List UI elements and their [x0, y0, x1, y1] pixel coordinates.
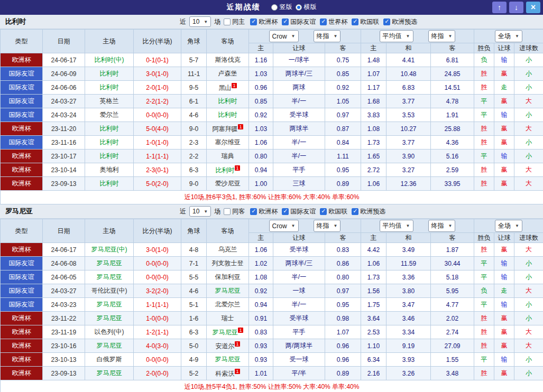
match-score[interactable]: 0-0(0-0)	[134, 353, 181, 367]
league-filter-checkbox[interactable]: 欧洲杯	[250, 207, 278, 216]
away-team[interactable]: 塞尔维亚	[207, 136, 249, 150]
match-score[interactable]: 2-3(0-1)	[134, 163, 181, 177]
home-team[interactable]: 奥地利	[85, 163, 134, 177]
away-team[interactable]: 科索沃1	[207, 367, 249, 380]
home-team[interactable]: 白俄罗斯	[85, 353, 134, 367]
away-team[interactable]: 罗马尼亚1	[207, 325, 249, 339]
league-type[interactable]: 国际友谊	[1, 136, 43, 150]
avg-source-select[interactable]: 平均值▼	[380, 220, 413, 232]
league-filter-checkbox[interactable]: 欧洲预选	[383, 17, 417, 26]
away-team[interactable]: 比利时1	[207, 163, 249, 177]
away-team[interactable]: 罗马尼亚	[207, 284, 249, 298]
match-score[interactable]: 0-1(0-1)	[134, 53, 181, 67]
away-team[interactable]: 比利时	[207, 108, 249, 122]
same-venue-checkbox[interactable]: 同主	[224, 17, 245, 26]
league-type[interactable]: 欧洲杯	[1, 353, 43, 367]
league-filter-checkbox[interactable]: 国际友谊	[282, 17, 316, 26]
scope-select[interactable]: 全场▼	[495, 30, 522, 42]
home-team[interactable]: 罗马尼亚	[85, 367, 134, 380]
match-score[interactable]: 4-0(3-0)	[134, 339, 181, 353]
home-team[interactable]: 罗马尼亚	[85, 312, 134, 325]
match-score[interactable]: 1-2(1-1)	[134, 325, 181, 339]
home-team[interactable]: 比利时(中)	[85, 53, 134, 67]
match-count-select[interactable]: 10 ▼	[189, 16, 211, 27]
match-score[interactable]: 3-2(2-0)	[134, 284, 181, 298]
away-team[interactable]: 安道尔1	[207, 339, 249, 353]
away-team[interactable]: 罗马尼亚	[207, 353, 249, 367]
match-score[interactable]: 3-0(1-0)	[134, 243, 181, 257]
home-team[interactable]: 以色列(中)	[85, 325, 134, 339]
away-team[interactable]: 比利时	[207, 95, 249, 108]
league-type[interactable]: 国际友谊	[1, 81, 43, 95]
home-team[interactable]: 罗马尼亚(中)	[85, 243, 134, 257]
league-filter-checkbox[interactable]: 欧国联	[320, 207, 347, 216]
home-team[interactable]: 比利时	[85, 136, 134, 150]
league-type[interactable]: 国际友谊	[1, 108, 43, 122]
away-team[interactable]: 卢森堡	[207, 67, 249, 81]
away-team[interactable]: 列支敦士登	[207, 257, 249, 270]
away-team[interactable]: 保加利亚	[207, 270, 249, 284]
league-type[interactable]: 欧洲杯	[1, 177, 43, 191]
match-score[interactable]: 0-0(0-0)	[134, 108, 181, 122]
away-team[interactable]: 斯洛伐克	[207, 53, 249, 67]
match-score[interactable]: 5-0(2-0)	[134, 177, 181, 191]
home-team[interactable]: 罗马尼亚	[85, 257, 134, 270]
league-filter-checkbox[interactable]: 欧国联	[352, 17, 379, 26]
match-count-select[interactable]: 10 ▼	[189, 206, 211, 217]
home-team[interactable]: 比利时	[85, 122, 134, 136]
match-score[interactable]: 0-0(0-0)	[134, 270, 181, 284]
avg-stage-select[interactable]: 终指▼	[428, 220, 456, 232]
home-team[interactable]: 爱尔兰	[85, 108, 134, 122]
league-type[interactable]: 欧洲杯	[1, 367, 43, 380]
layout-radio-horizontal[interactable]: 横版	[296, 3, 317, 12]
match-score[interactable]: 5-0(4-0)	[134, 122, 181, 136]
league-type[interactable]: 欧洲杯	[1, 339, 43, 353]
match-score[interactable]: 2-0(1-0)	[134, 81, 181, 95]
league-filter-checkbox[interactable]: 欧洲预选	[352, 207, 385, 216]
league-type[interactable]: 国际友谊	[1, 298, 43, 312]
league-filter-checkbox[interactable]: 世界杯	[320, 17, 347, 26]
away-team[interactable]: 乌克兰	[207, 243, 249, 257]
home-team[interactable]: 比利时	[85, 177, 134, 191]
scroll-down-button[interactable]: ↓	[509, 2, 523, 13]
match-score[interactable]: 1-1(1-1)	[134, 298, 181, 312]
match-score[interactable]: 1-0(1-0)	[134, 136, 181, 150]
odds-stage-select[interactable]: 终指▼	[314, 220, 341, 232]
league-type[interactable]: 国际友谊	[1, 270, 43, 284]
league-type[interactable]: 欧洲杯	[1, 150, 43, 163]
match-score[interactable]: 1-1(1-1)	[134, 150, 181, 163]
home-team[interactable]: 比利时	[85, 67, 134, 81]
away-team[interactable]: 阿塞拜疆1	[207, 122, 249, 136]
league-type[interactable]: 欧洲杯	[1, 243, 43, 257]
league-type[interactable]: 国际友谊	[1, 257, 43, 270]
league-type[interactable]: 欧洲杯	[1, 325, 43, 339]
scope-select[interactable]: 全场▼	[495, 220, 522, 232]
home-team[interactable]: 罗马尼亚	[85, 339, 134, 353]
avg-source-select[interactable]: 平均值▼	[380, 30, 413, 42]
home-team[interactable]: 哥伦比亚(中)	[85, 284, 134, 298]
scroll-up-button[interactable]: ↑	[492, 2, 507, 13]
home-team[interactable]: 罗马尼亚	[85, 298, 134, 312]
close-button[interactable]: ×	[526, 2, 540, 13]
home-team[interactable]: 罗马尼亚	[85, 270, 134, 284]
away-team[interactable]: 瑞士	[207, 312, 249, 325]
match-score[interactable]: 2-2(1-2)	[134, 95, 181, 108]
league-type[interactable]: 欧洲杯	[1, 122, 43, 136]
match-score[interactable]: 2-0(0-0)	[134, 367, 181, 380]
avg-stage-select[interactable]: 终指▼	[428, 30, 456, 42]
home-team[interactable]: 英格兰	[85, 95, 134, 108]
league-type[interactable]: 欧洲杯	[1, 53, 43, 67]
home-team[interactable]: 比利时	[85, 150, 134, 163]
league-type[interactable]: 国际友谊	[1, 284, 43, 298]
match-score[interactable]: 3-0(1-0)	[134, 67, 181, 81]
away-team[interactable]: 北爱尔兰	[207, 298, 249, 312]
odds-stage-select[interactable]: 终指▼	[314, 30, 341, 42]
league-type[interactable]: 欧洲杯	[1, 163, 43, 177]
league-filter-checkbox[interactable]: 国际友谊	[282, 207, 316, 216]
match-score[interactable]: 1-0(0-0)	[134, 312, 181, 325]
league-type[interactable]: 国际友谊	[1, 95, 43, 108]
away-team[interactable]: 黑山1	[207, 81, 249, 95]
away-team[interactable]: 爱沙尼亚	[207, 177, 249, 191]
away-team[interactable]: 瑞典	[207, 150, 249, 163]
layout-radio-vertical[interactable]: 竖版	[271, 3, 292, 12]
